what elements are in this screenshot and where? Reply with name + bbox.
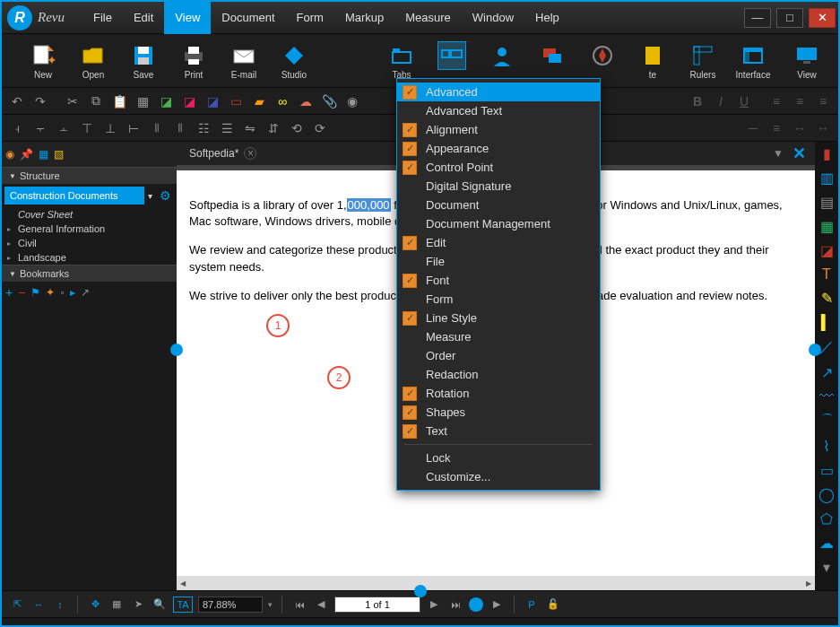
highlighter-icon[interactable]: ▍ xyxy=(821,314,832,331)
status-toggle-sync[interactable]: Sync xyxy=(541,624,562,628)
menu-item-advanced[interactable]: ✓Advanced xyxy=(397,83,600,101)
menu-item-digital-signature[interactable]: Digital Signature xyxy=(397,177,600,196)
toolbar-email[interactable]: E-mail xyxy=(221,41,267,80)
collapse-tabs-icon[interactable]: ▼ xyxy=(773,147,784,160)
align-icon[interactable]: ⫠ xyxy=(54,118,74,138)
menu-item-edit[interactable]: ✓Edit xyxy=(397,233,600,252)
menu-item-font[interactable]: ✓Font xyxy=(397,271,600,290)
more-icon[interactable]: ▾ xyxy=(823,559,830,576)
split-handle-left[interactable] xyxy=(170,344,183,356)
rect-icon[interactable]: ▭ xyxy=(820,462,834,479)
remove-icon[interactable]: − xyxy=(18,285,25,300)
redact-icon[interactable]: ▭ xyxy=(226,91,246,111)
toolbar-paste-partial[interactable]: te xyxy=(629,41,676,80)
toolbar-gear[interactable]: Settings xyxy=(834,41,840,80)
menubar-item-help[interactable]: Help xyxy=(524,2,570,34)
close-tab-icon[interactable]: × xyxy=(244,147,256,160)
underline-icon[interactable]: U xyxy=(734,91,754,111)
status-toggle-reuse[interactable]: Reuse xyxy=(502,624,531,628)
pen-icon[interactable]: ✎ xyxy=(821,290,833,307)
cut-icon[interactable]: ✂ xyxy=(63,91,82,111)
tool-icon[interactable]: ▥ xyxy=(820,170,834,187)
align-center-icon[interactable]: ≡ xyxy=(790,91,810,111)
star-icon[interactable]: ✦ xyxy=(46,286,55,299)
split-handle-bottom[interactable] xyxy=(414,585,427,597)
color3-icon[interactable]: ◪ xyxy=(203,91,222,111)
horizontal-scrollbar[interactable] xyxy=(177,576,815,590)
align-right-icon[interactable]: ≡ xyxy=(813,91,833,111)
toolbar-rulers[interactable]: Rulers xyxy=(680,41,726,80)
distr-icon[interactable]: ☷ xyxy=(194,118,213,138)
toolbar-save[interactable]: Save xyxy=(120,41,167,80)
status-toggle-grid[interactable]: Grid xyxy=(350,624,368,628)
toolbar-studio[interactable]: Studio xyxy=(271,41,317,80)
paste-icon[interactable]: 📋 xyxy=(109,91,129,111)
menubar-item-window[interactable]: Window xyxy=(462,2,524,34)
link-icon[interactable]: ∞ xyxy=(273,91,292,111)
fit-page-icon[interactable]: ⇱ xyxy=(9,597,25,613)
color2-icon[interactable]: ◪ xyxy=(179,91,199,111)
distr-icon[interactable]: ⦀ xyxy=(170,118,190,138)
document-tab[interactable]: Softpedia* × xyxy=(186,147,260,160)
align-icon[interactable]: ⊤ xyxy=(77,118,97,138)
next-page-icon[interactable]: ▶ xyxy=(426,597,442,613)
tool-icon[interactable]: ▮ xyxy=(823,145,831,162)
toolbar-tabs[interactable]: Tabs xyxy=(378,41,425,80)
maximize-button[interactable]: □ xyxy=(776,8,803,28)
copy-icon[interactable]: ⧉ xyxy=(86,91,106,111)
distr-icon[interactable]: ☰ xyxy=(217,118,237,138)
toolbar-toolbars[interactable] xyxy=(429,41,475,80)
menu-item-rotation[interactable]: ✓Rotation xyxy=(397,384,600,403)
page-icon[interactable]: ▫ xyxy=(60,286,64,299)
menu-item-document-management[interactable]: Document Management xyxy=(397,214,600,233)
export-icon[interactable]: ↗ xyxy=(81,286,90,299)
align-left-icon[interactable]: ≡ xyxy=(766,91,786,111)
structure-header[interactable]: ▼ Structure xyxy=(2,167,177,184)
undo-icon[interactable]: ↶ xyxy=(7,91,27,111)
prev-page-icon[interactable]: ◀ xyxy=(313,597,329,613)
flip-icon[interactable]: ⇋ xyxy=(240,118,260,138)
italic-icon[interactable]: I xyxy=(711,91,731,111)
thumbnail-tab-icon[interactable]: ◉ xyxy=(5,148,14,161)
structure-dropdown[interactable] xyxy=(4,187,144,205)
gear-icon[interactable]: ⚙ xyxy=(156,187,174,205)
fit-width-icon[interactable]: ↔ xyxy=(30,597,47,613)
menu-item-shapes[interactable]: ✓Shapes xyxy=(397,403,600,422)
menu-item-form[interactable]: Form xyxy=(397,290,600,309)
linestyle-icon[interactable]: ─ xyxy=(743,118,763,138)
fit-height-icon[interactable]: ↕ xyxy=(52,597,68,613)
status-toggle-snap[interactable]: Snap xyxy=(379,624,403,628)
menubar-item-markup[interactable]: Markup xyxy=(334,2,394,34)
menu-item-line-style[interactable]: ✓Line Style xyxy=(397,309,600,327)
linestyle-icon[interactable]: ≡ xyxy=(766,118,786,138)
menubar-item-form[interactable]: Form xyxy=(286,2,334,34)
cursor-icon[interactable]: ➤ xyxy=(130,597,146,613)
stamp-icon[interactable]: ▰ xyxy=(249,91,269,111)
align-icon[interactable]: ⫞ xyxy=(7,118,27,138)
close-button[interactable]: ✕ xyxy=(809,8,836,28)
menu-item-lock[interactable]: Lock xyxy=(397,448,600,467)
page-input[interactable] xyxy=(334,597,420,613)
polygon-icon[interactable]: ⬠ xyxy=(820,510,833,527)
redo-icon[interactable]: ↷ xyxy=(30,91,50,111)
menu-item-control-point[interactable]: ✓Control Point xyxy=(397,158,600,177)
toolbar-print[interactable]: Print xyxy=(170,41,217,80)
menubar-item-file[interactable]: File xyxy=(82,2,123,34)
bookmarks-header[interactable]: ▼ Bookmarks xyxy=(2,265,177,282)
toolbar-swap[interactable] xyxy=(529,41,576,80)
close-all-icon[interactable]: ✕ xyxy=(792,144,806,163)
parking-icon[interactable]: P xyxy=(524,597,540,613)
zoom-input[interactable] xyxy=(198,597,263,613)
markup-marker[interactable]: 2 xyxy=(327,366,351,389)
box-tab-icon[interactable]: ▧ xyxy=(54,148,64,161)
menu-item-advanced-text[interactable]: Advanced Text xyxy=(397,101,600,120)
arc-icon[interactable]: ⌒ xyxy=(819,412,834,431)
menu-item-document[interactable]: Document xyxy=(397,196,600,214)
toolbar-folder-open[interactable]: Open xyxy=(70,41,117,80)
arrow-icon[interactable]: ↔ xyxy=(813,118,833,138)
markup-marker[interactable]: 1 xyxy=(266,314,290,337)
arrow-icon[interactable]: ↗ xyxy=(821,364,833,381)
tree-item[interactable]: Cover Sheet xyxy=(2,207,177,222)
menubar-item-measure[interactable]: Measure xyxy=(394,2,462,34)
arrow-icon[interactable]: ↔ xyxy=(790,118,810,138)
